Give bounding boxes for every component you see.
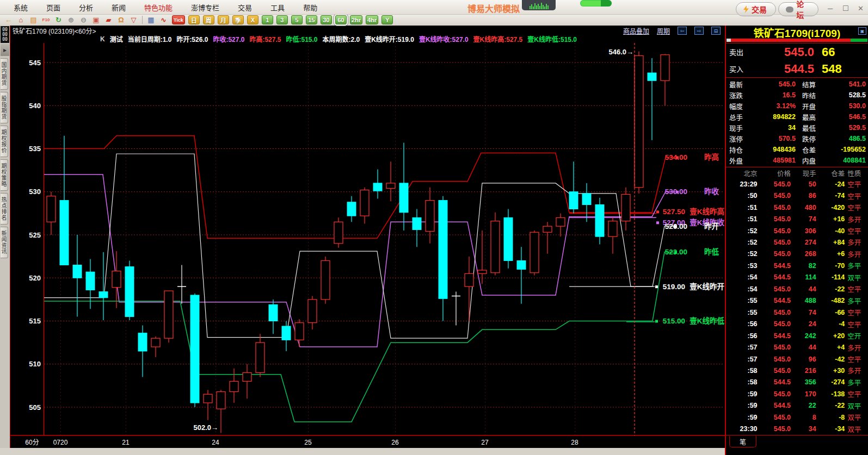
forum-button[interactable]: 论坛 xyxy=(778,2,818,16)
period-button-X[interactable]: X xyxy=(247,15,258,24)
sidebar-tab-热点排名[interactable]: 热点排名 xyxy=(1,193,8,225)
menu-item-帮助[interactable]: 帮助 xyxy=(294,2,327,13)
tick-row[interactable]: :59545.08-8双平 xyxy=(726,412,868,423)
period-button-15[interactable]: 15 xyxy=(306,15,317,24)
tick-row[interactable]: :55545.074-66空平 xyxy=(726,307,868,318)
sidebar-tab-期权策略[interactable]: 期权策略 xyxy=(1,159,8,191)
split-window-button[interactable]: ⊟ xyxy=(711,27,721,35)
sidebar-play-button[interactable]: ▶ xyxy=(1,44,9,56)
tick-oi-change: +84 xyxy=(816,239,845,246)
period-button-30[interactable]: 30 xyxy=(321,15,332,24)
tick-row[interactable]: :54545.044-22空平 xyxy=(726,283,868,295)
tick-row[interactable]: :58545.0216+30多开 xyxy=(726,365,868,376)
menu-item-系统[interactable]: 系统 xyxy=(4,2,37,13)
sidebar-tab-股指期货[interactable]: 股指期货 xyxy=(1,92,8,123)
zoom-in-icon[interactable]: ⊕ xyxy=(66,15,76,24)
maximize-button[interactable]: ☐ xyxy=(842,4,849,13)
tick-row[interactable]: :52545.0306-40空平 xyxy=(726,225,868,236)
play-icon: ▶ xyxy=(3,48,7,53)
trade-button[interactable]: 交易 xyxy=(736,2,776,16)
period-button-1[interactable]: 1 xyxy=(262,15,273,24)
menu-item-分析[interactable]: 分析 xyxy=(70,2,102,13)
period-button-60[interactable]: 60 xyxy=(335,15,347,24)
tick-row[interactable]: 23:30545.034-34双平 xyxy=(726,423,868,435)
period-button-日[interactable]: 日 xyxy=(188,15,200,24)
period-link[interactable]: 周期 xyxy=(657,26,670,35)
panel-mini-button[interactable]: ▣ xyxy=(858,27,866,35)
candle-up xyxy=(465,273,473,286)
candle-up xyxy=(230,381,238,391)
ask-row[interactable]: 卖出 545.0 66 xyxy=(726,43,868,60)
period-button-周[interactable]: 周 xyxy=(203,15,214,24)
tick-oi-change: -66 xyxy=(816,309,845,316)
tick-row[interactable]: :58544.5356-274多平 xyxy=(726,377,868,388)
tick-nature: 多平 xyxy=(845,260,868,271)
menu-item-页面[interactable]: 页面 xyxy=(37,2,70,13)
tick-row[interactable]: :56544.5242+20空开 xyxy=(726,330,868,341)
tick-nature: 多开 xyxy=(845,237,868,247)
draw-icon[interactable]: ▰ xyxy=(103,15,114,24)
period-button-5[interactable]: 5 xyxy=(291,15,303,24)
tick-volume: 114 xyxy=(791,273,816,281)
overlay-link[interactable]: 商品叠加 xyxy=(623,26,649,35)
bid-price: 544.5 xyxy=(754,62,814,76)
bid-row[interactable]: 买入 544.5 548 xyxy=(726,60,868,77)
menu-item-工具[interactable]: 工具 xyxy=(261,2,294,13)
tick-row[interactable]: :59545.0170-138空平 xyxy=(726,388,868,400)
next-window-button[interactable]: ⇨ xyxy=(694,27,704,35)
f10-icon[interactable]: F10 xyxy=(41,15,51,24)
filter-icon[interactable]: ▽ xyxy=(128,15,139,24)
tick-row[interactable]: :51545.074+16多开 xyxy=(726,213,868,225)
period-button-2hr[interactable]: 2hr xyxy=(350,15,362,24)
kline-chart[interactable]: 54554053553052552051551050560分0720212425… xyxy=(10,43,725,448)
period-button-月[interactable]: 月 xyxy=(218,15,229,24)
close-button[interactable]: ✕ xyxy=(858,4,864,13)
news-icon[interactable]: ▤ xyxy=(28,15,39,24)
tick-row[interactable]: :50545.086-74空平 xyxy=(726,190,868,201)
tick-row[interactable]: :52545.0274+84多开 xyxy=(726,236,868,248)
level-dot xyxy=(655,285,658,288)
tick-row[interactable]: 23:29545.050-24空平 xyxy=(726,178,868,190)
candle-down xyxy=(282,326,291,340)
menu-item-交易[interactable]: 交易 xyxy=(229,2,261,13)
sidebar-tab-国内期货[interactable]: 国内期货 xyxy=(1,58,8,90)
tick-row[interactable]: :54544.5114-114双平 xyxy=(726,272,868,283)
refresh-icon[interactable]: ↻ xyxy=(53,15,64,24)
tab-tick-detail[interactable]: 笔 xyxy=(729,436,756,447)
market-sparkline-widget[interactable] xyxy=(522,0,556,10)
back-icon[interactable]: ← xyxy=(3,15,14,24)
zoom-out-icon[interactable]: ⊖ xyxy=(78,15,89,24)
minimize-button[interactable]: ─ xyxy=(828,4,833,13)
toolbar-separator xyxy=(142,16,143,24)
tick-row[interactable]: :55544.5488-482多平 xyxy=(726,295,868,307)
kline-chart-icon[interactable]: ∿ xyxy=(158,15,169,24)
period-button-3[interactable]: 3 xyxy=(276,15,288,24)
period-button-季[interactable]: 季 xyxy=(232,15,244,24)
menu-item-特色功能[interactable]: 特色功能 xyxy=(135,2,182,13)
tick-table[interactable]: 23:29545.050-24空平:50545.086-74空平:51545.0… xyxy=(726,178,868,435)
sidebar-tab-新闻资讯[interactable]: 新闻资讯 xyxy=(1,227,8,258)
tick-nature: 空平 xyxy=(845,191,868,201)
bid-volume: 548 xyxy=(822,62,842,76)
period-button-Y[interactable]: Y xyxy=(381,15,393,24)
sidebar-tab-期权报价[interactable]: 期权报价 xyxy=(1,126,8,157)
menu-item-新闻[interactable]: 新闻 xyxy=(102,2,135,13)
tick-row[interactable]: :59544.522-22双平 xyxy=(726,400,868,412)
alarm-icon[interactable]: Ω xyxy=(116,15,126,24)
tick-row[interactable]: :57545.044+4多开 xyxy=(726,341,868,353)
quote-table-icon[interactable]: ▦ xyxy=(146,15,156,24)
stat-row: 外盘485981内盘408841 xyxy=(726,155,868,166)
tick-row[interactable]: :51545.0480-420空平 xyxy=(726,202,868,213)
tick-time: :50 xyxy=(726,192,758,200)
tick-row[interactable]: :52545.0268+6多开 xyxy=(726,248,868,260)
tick-row[interactable]: :56545.024-4空平 xyxy=(726,318,868,329)
period-button-Tick[interactable]: Tick xyxy=(172,15,185,24)
period-button-4hr[interactable]: 4hr xyxy=(366,15,378,24)
tick-row[interactable]: :53544.582-70多平 xyxy=(726,260,868,271)
tick-row[interactable]: :57545.096-42空平 xyxy=(726,353,868,365)
overlay-icon[interactable]: ▣ xyxy=(91,15,101,24)
home-icon[interactable]: ⌂ xyxy=(16,15,26,24)
prev-window-button[interactable]: ⇦ xyxy=(678,27,687,35)
menu-item-澎博专栏[interactable]: 澎博专栏 xyxy=(182,2,229,13)
stepline-prev-day-high xyxy=(44,136,675,239)
